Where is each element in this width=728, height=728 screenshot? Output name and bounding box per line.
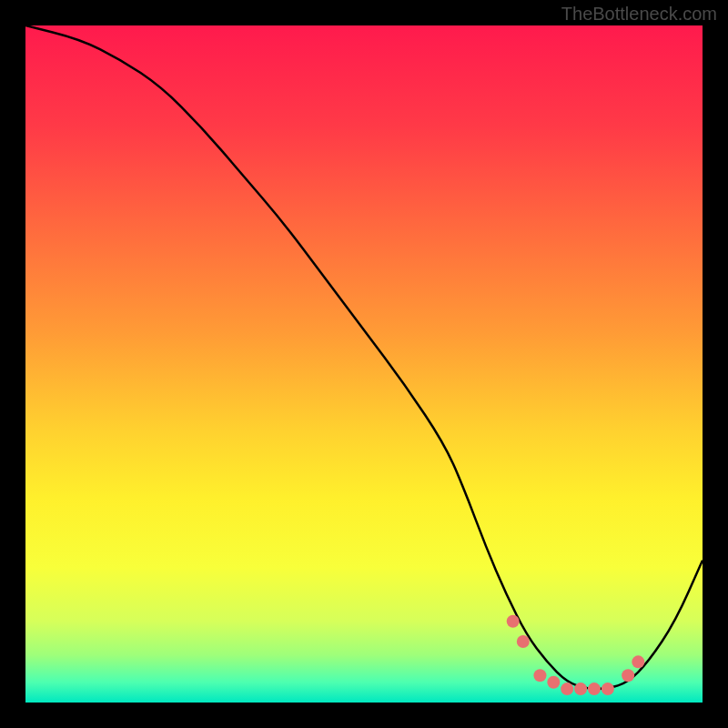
chart-curve-layer xyxy=(25,25,703,703)
highlight-dot xyxy=(517,635,530,648)
highlight-dot xyxy=(622,669,634,682)
plot-area xyxy=(25,25,703,703)
highlight-dot xyxy=(588,682,601,695)
highlight-dot xyxy=(602,682,614,695)
highlight-dot xyxy=(507,615,520,628)
highlight-dot xyxy=(533,669,546,682)
highlight-dot xyxy=(574,682,587,695)
bottleneck-curve xyxy=(25,25,703,689)
highlight-dot xyxy=(547,676,560,689)
highlight-dot xyxy=(632,655,644,668)
highlight-dot xyxy=(561,682,573,695)
attribution-label: TheBottleneck.com xyxy=(561,4,717,25)
